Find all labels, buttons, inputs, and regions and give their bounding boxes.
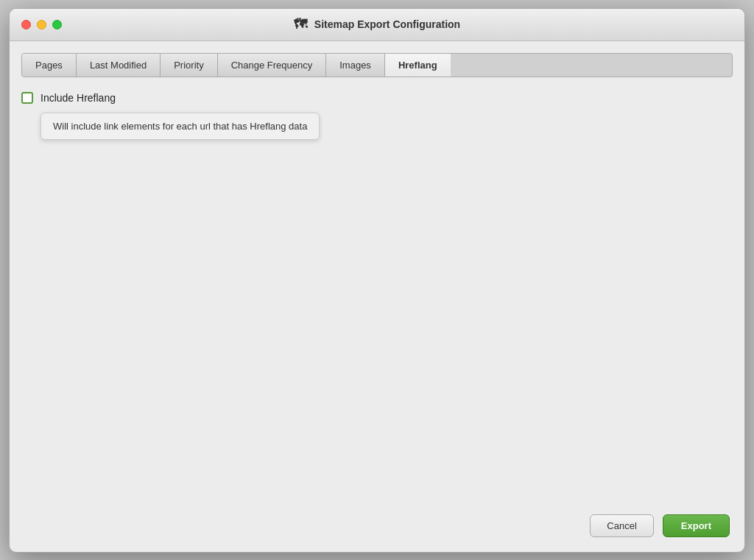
tab-pages[interactable]: Pages <box>22 54 77 77</box>
title-bar: 🗺 Sitemap Export Configuration <box>10 9 744 41</box>
tab-change-frequency[interactable]: Change Frequency <box>218 54 327 77</box>
hreflang-tab-content: Include Hreflang Will include link eleme… <box>21 92 733 506</box>
app-icon: 🗺 <box>294 17 309 32</box>
title-bar-content: 🗺 Sitemap Export Configuration <box>294 17 460 32</box>
main-window: 🗺 Sitemap Export Configuration Pages Las… <box>9 8 745 553</box>
close-button[interactable] <box>21 20 31 29</box>
include-hreflang-row: Include Hreflang <box>21 92 733 104</box>
tab-hreflang[interactable]: Hreflang <box>385 54 451 77</box>
tab-images[interactable]: Images <box>326 54 385 77</box>
include-hreflang-checkbox[interactable] <box>21 92 33 104</box>
window-controls <box>21 20 62 29</box>
footer: Cancel Export <box>21 506 733 540</box>
export-button[interactable]: Export <box>663 514 730 537</box>
maximize-button[interactable] <box>52 20 62 29</box>
window-title: Sitemap Export Configuration <box>314 18 460 30</box>
tab-bar: Pages Last Modified Priority Change Freq… <box>21 53 733 77</box>
content-area: Pages Last Modified Priority Change Freq… <box>10 41 744 552</box>
hreflang-tooltip: Will include link elements for each url … <box>40 113 320 140</box>
cancel-button[interactable]: Cancel <box>590 514 653 537</box>
include-hreflang-label: Include Hreflang <box>40 92 116 104</box>
tab-last-modified[interactable]: Last Modified <box>77 54 161 77</box>
tab-priority[interactable]: Priority <box>161 54 217 77</box>
minimize-button[interactable] <box>37 20 46 29</box>
